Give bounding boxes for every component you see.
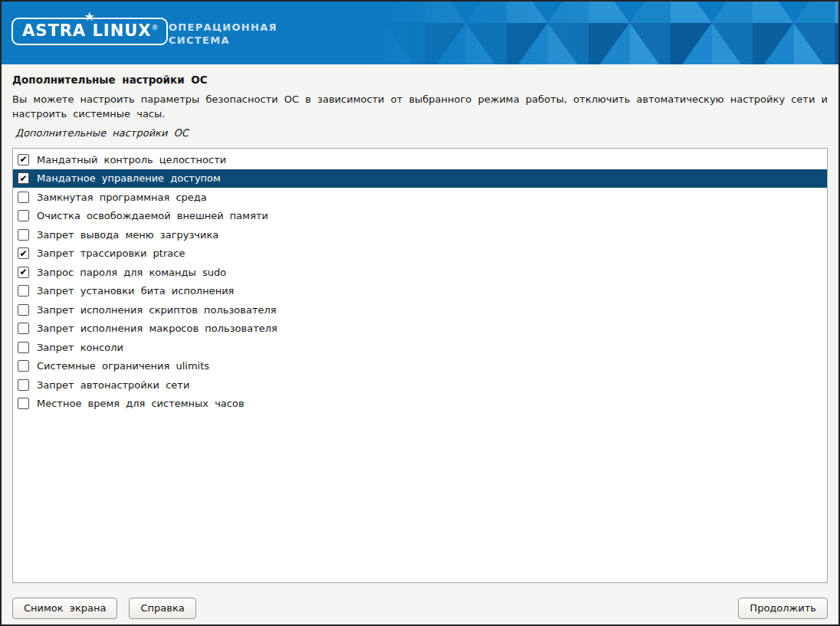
list-item[interactable]: ✔ Мандатный контроль целостности	[13, 150, 827, 169]
list-item[interactable]: Запрет автонастройки сети	[13, 375, 827, 395]
list-item[interactable]: Замкнутая программная среда	[13, 188, 827, 207]
main-content: Дополнительные настройки ОС Вы можете на…	[2, 74, 838, 583]
help-button[interactable]: Справка	[129, 598, 195, 619]
list-item-label: Запрет консоли	[37, 342, 123, 353]
list-item-label: Запрет трассировки ptrace	[37, 247, 185, 259]
section-label: Дополнительные настройки ОС	[12, 127, 828, 139]
list-item[interactable]: Запрет вывода меню загрузчика	[13, 225, 827, 244]
checkbox-icon[interactable]	[18, 360, 29, 372]
page-title: Дополнительные настройки ОС	[12, 74, 828, 86]
list-item[interactable]: Запрет консоли	[13, 338, 827, 357]
list-item[interactable]: Очистка освобождаемой внешней памяти	[13, 207, 827, 226]
checkbox-icon[interactable]	[18, 192, 29, 203]
checkbox-icon[interactable]: ✔	[18, 154, 29, 166]
star-icon: ★	[83, 9, 97, 24]
registered-mark: ®	[151, 24, 159, 31]
brand-os-line2: СИСТЕМА	[169, 34, 277, 47]
list-item-label: Мандатное управление доступом	[37, 172, 221, 184]
logo-text: ASTRA LINUX	[22, 21, 151, 40]
list-item[interactable]: ✔ Запрет трассировки ptrace	[13, 244, 827, 264]
checkbox-icon[interactable]	[18, 323, 29, 334]
list-item[interactable]: Запрет исполнения макросов пользователя	[13, 320, 827, 339]
screenshot-button[interactable]: Снимок экрана	[12, 598, 117, 619]
list-item[interactable]: Запрет установки бита исполнения	[13, 282, 827, 301]
list-item-label: Запрет вывода меню загрузчика	[37, 229, 218, 241]
list-item-label: Местное время для системных часов	[37, 398, 244, 409]
list-item-label: Замкнутая программная среда	[37, 192, 207, 203]
installer-window: ★ ASTRA LINUX® ОПЕРАЦИОННАЯ СИСТЕМА Допо…	[0, 0, 840, 626]
footer: Снимок экрана Справка Продолжить	[2, 583, 838, 619]
header: ★ ASTRA LINUX® ОПЕРАЦИОННАЯ СИСТЕМА	[2, 2, 838, 64]
checkbox-icon[interactable]	[18, 285, 29, 297]
checkbox-icon[interactable]	[18, 398, 29, 409]
list-item[interactable]: ✔ Запрос пароля для команды sudo	[13, 263, 827, 282]
brand-os-label: ОПЕРАЦИОННАЯ СИСТЕМА	[169, 21, 277, 47]
list-item-label: Запрет исполнения скриптов пользователя	[37, 304, 277, 316]
list-item-label: Очистка освобождаемой внешней памяти	[37, 210, 268, 221]
list-item-label: Системные ограничения ulimits	[37, 360, 209, 372]
checkbox-icon[interactable]: ✔	[18, 172, 29, 184]
checkbox-icon[interactable]: ✔	[18, 247, 29, 259]
list-item[interactable]: Местное время для системных часов	[13, 395, 827, 414]
header-pattern	[363, 2, 838, 64]
list-item-label: Запрет автонастройки сети	[37, 379, 189, 391]
list-item-label: Мандатный контроль целостности	[37, 154, 226, 166]
astra-linux-logo: ★ ASTRA LINUX®	[11, 18, 168, 45]
checkbox-icon[interactable]	[18, 229, 29, 241]
checkbox-icon[interactable]	[18, 342, 29, 353]
options-list[interactable]: ✔ Мандатный контроль целостности ✔ Манда…	[12, 148, 828, 583]
list-item-label: Запрет установки бита исполнения	[37, 285, 234, 297]
list-item[interactable]: Запрет исполнения скриптов пользователя	[13, 300, 827, 320]
brand-os-line1: ОПЕРАЦИОННАЯ	[169, 21, 277, 34]
list-item[interactable]: ✔ Мандатное управление доступом	[13, 169, 827, 188]
checkbox-icon[interactable]	[18, 304, 29, 316]
checkbox-icon[interactable]	[18, 379, 29, 391]
list-item[interactable]: Системные ограничения ulimits	[13, 357, 827, 376]
list-item-label: Запрет исполнения макросов пользователя	[37, 323, 277, 334]
checkbox-icon[interactable]	[18, 210, 29, 221]
continue-button[interactable]: Продолжить	[738, 598, 828, 619]
checkbox-icon[interactable]: ✔	[18, 267, 29, 278]
list-item-label: Запрос пароля для команды sudo	[37, 267, 226, 278]
page-description: Вы можете настроить параметры безопаснос…	[12, 93, 828, 121]
